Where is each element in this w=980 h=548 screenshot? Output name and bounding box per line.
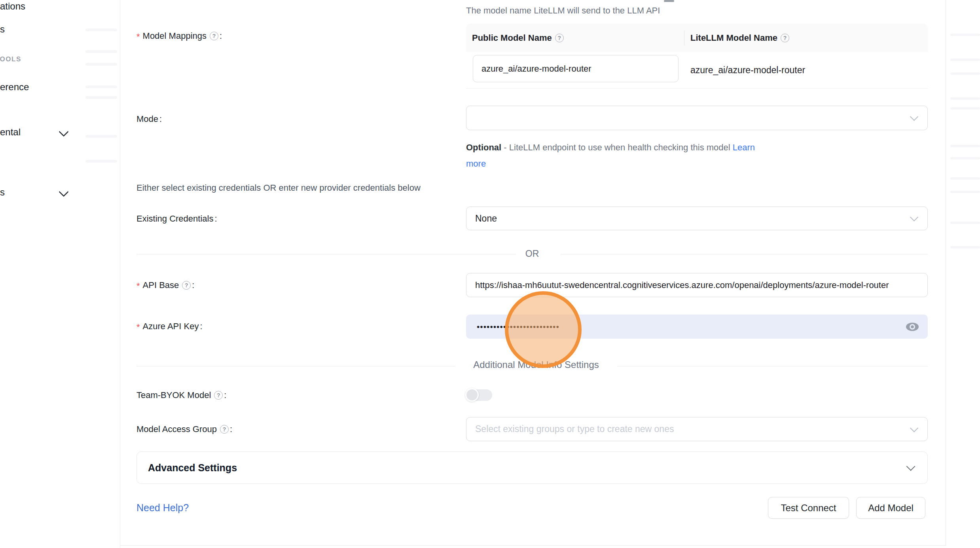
clipped-element-fragment [664,0,674,2]
mode-label: Mode : [136,114,162,124]
sidebar-item-label: erence [0,82,29,92]
chevron-down-icon [906,462,916,471]
sidebar-item-label: ental [0,127,21,137]
skeleton-line [950,177,980,180]
label-colon: : [214,214,217,224]
help-question-icon[interactable]: ? [555,34,564,42]
skeleton-line [85,85,117,88]
label-colon: : [230,424,232,434]
skeleton-line [950,59,980,61]
label-colon: : [224,390,226,400]
sidebar-item-label: ations [0,1,25,11]
existing-credentials-label-text: Existing Credentials [136,214,213,224]
sidebar-item-api-reference[interactable]: erence [0,82,29,93]
chevron-down-icon[interactable] [59,127,68,137]
learn-more-link[interactable]: more [466,159,486,169]
learn-more-link[interactable]: Learn [733,142,755,152]
eye-toggle-visibility-icon[interactable] [906,322,919,332]
skeleton-line [85,28,117,31]
or-divider-line [561,254,928,254]
section-divider-line [617,366,928,366]
litellm-model-name-helper: The model name LiteLLM will send to the … [466,6,660,16]
advanced-settings-title: Advanced Settings [148,452,237,484]
toggle-knob [465,388,479,402]
api-base-input[interactable]: https://ishaa-mh6uutut-swedencentral.cog… [466,273,928,297]
column-divider [684,30,684,46]
litellm-model-name-value: azure_ai/azure-model-router [690,52,805,88]
api-base-value: https://ishaa-mh6uutut-swedencentral.cog… [466,273,927,297]
sidebar-item-settings[interactable]: s [0,187,5,198]
or-divider-text: OR [514,248,550,259]
label-colon: : [192,280,194,290]
model-mappings-label: * Model Mappings ? : [136,31,222,41]
chevron-down-icon[interactable] [59,187,68,197]
required-mark: * [136,322,140,332]
label-colon: : [200,321,202,332]
api-base-label: * API Base ? : [136,280,194,290]
help-question-icon[interactable]: ? [182,281,191,290]
model-mappings-label-text: Model Mappings [143,31,207,41]
existing-credentials-value: None [466,207,927,230]
model-access-group-label: Model Access Group ? : [136,424,232,434]
skeleton-line [950,191,980,193]
existing-credentials-select[interactable]: None [466,207,928,230]
test-connect-button[interactable]: Test Connect [768,497,849,519]
card-right-border [946,0,946,546]
label-colon: : [220,31,222,41]
add-model-button[interactable]: Add Model [856,497,925,519]
sidebar-item-organizations[interactable]: ations [0,1,25,12]
need-help-link[interactable]: Need Help? [136,502,189,514]
azure-api-key-label: * Azure API Key : [136,321,203,332]
skeleton-line [85,135,117,138]
advanced-settings-panel[interactable]: Advanced Settings [136,451,928,484]
help-question-icon[interactable]: ? [210,32,218,40]
public-model-name-input[interactable]: azure_ai/azure-model-router [473,55,679,82]
required-mark: * [136,281,140,291]
section-divider-line [136,366,455,366]
skeleton-line [950,107,980,110]
add-model-page: { "colors": { "required_red": "#ff4d4f",… [0,0,980,548]
model-mappings-table: Public Model Name ? LiteLLM Model Name ?… [466,24,928,88]
card-bottom-border [120,545,946,546]
chevron-down-icon [910,112,918,121]
help-question-icon[interactable]: ? [781,34,789,42]
table-header-row: Public Model Name ? LiteLLM Model Name ? [466,24,928,52]
skeleton-line [950,97,980,100]
api-base-label-text: API Base [143,280,179,290]
sidebar-item-label: s [0,24,5,34]
skeleton-line [85,50,117,53]
mode-label-text: Mode [136,114,158,124]
sidebar-nav: ations s TOOLS erence ental s [0,0,120,548]
team-byok-label-text: Team-BYOK Model [136,390,211,400]
label-colon: : [159,114,162,124]
model-access-group-placeholder: Select existing groups or type to create… [466,417,927,441]
azure-api-key-input[interactable]: ••••••••••••••••••••••••• [466,315,928,339]
masked-api-key-value: ••••••••••••••••••••••••• [466,322,559,332]
required-mark: * [136,32,140,42]
table-row-border [466,88,928,89]
skeleton-line [85,63,117,66]
column-header-litellm-model-name: LiteLLM Model Name ? [690,24,789,52]
model-access-group-label-text: Model Access Group [136,424,217,434]
skeleton-line [950,246,980,248]
team-byok-label: Team-BYOK Model ? : [136,390,226,400]
team-byok-toggle[interactable] [466,389,492,401]
column-header-public-model-name: Public Model Name ? [472,24,564,52]
mode-select[interactable] [466,106,928,130]
help-question-icon[interactable]: ? [214,391,223,400]
skeleton-line [85,160,117,163]
mode-help-text: Optional - LiteLLM endpoint to use when … [466,139,933,172]
skeleton-line [950,145,980,147]
skeleton-line [950,157,980,159]
credentials-note: Either select existing credentials OR en… [136,183,421,193]
skeleton-line [950,222,980,224]
column-header-label: LiteLLM Model Name [690,33,777,43]
sidebar-item-models[interactable]: s [0,24,5,35]
column-header-label: Public Model Name [472,33,552,43]
sidebar-item-label: s [0,187,5,197]
sidebar-item-experimental[interactable]: ental [0,127,21,138]
additional-settings-divider-text: Additional Model Info Settings [455,359,617,370]
model-access-group-select[interactable]: Select existing groups or type to create… [466,417,928,441]
public-model-name-value: azure_ai/azure-model-router [473,64,591,74]
help-question-icon[interactable]: ? [220,425,229,434]
